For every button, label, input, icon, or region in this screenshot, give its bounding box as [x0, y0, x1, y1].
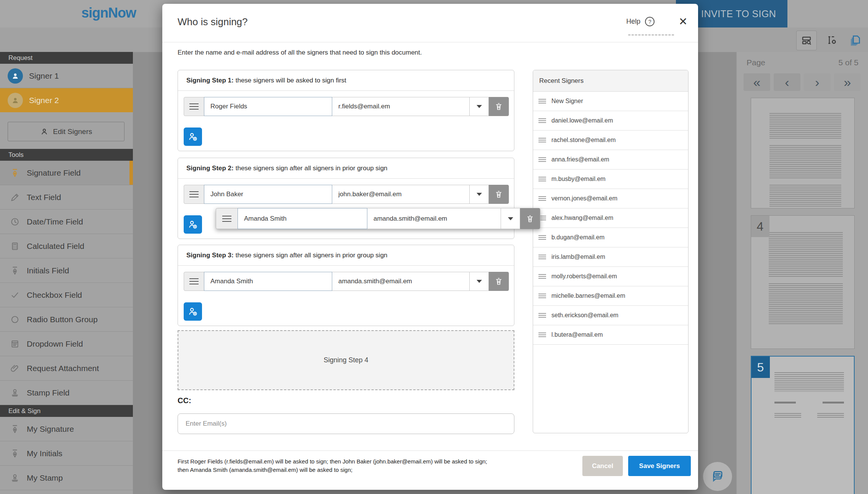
recent-signer-b-dugan-email-em[interactable]: b.dugan@email.em [533, 228, 688, 247]
page-thumbnail-5[interactable]: 5 [751, 356, 855, 494]
tool-item-stamp-field[interactable]: Stamp Field [0, 381, 133, 405]
tool-item-calculated-field[interactable]: Calculated Field [0, 234, 133, 258]
recent-signer-rachel-stone-email-em[interactable]: rachel.stone@email.em [533, 131, 688, 150]
signer-email-input[interactable] [332, 185, 470, 204]
pencil-icon [10, 192, 20, 202]
recent-signer-seth-erickson-email-em[interactable]: seth.erickson@email.em [533, 306, 688, 325]
signer-name-input[interactable] [204, 185, 332, 204]
tool-item-signature-field[interactable]: Signature Field [0, 161, 133, 185]
tool-item-checkbox-field[interactable]: Checkbox Field [0, 283, 133, 307]
recent-signer-molly-roberts-email-em[interactable]: molly.roberts@email.em [533, 267, 688, 286]
delete-signer-button[interactable] [489, 272, 509, 291]
edit-sign-list: My SignatureMy InitialsMy Stamp [0, 417, 133, 490]
tool-item-request-attachment[interactable]: Request Attachment [0, 356, 133, 381]
delete-signer-button[interactable] [520, 208, 540, 229]
pen-nib-icon [10, 424, 20, 434]
add-signer-button[interactable] [184, 302, 202, 321]
tools-list: Signature FieldText FieldDate/Time Field… [0, 161, 133, 405]
page-thumbnail-4[interactable]: 4 [751, 215, 855, 349]
first-page-button[interactable]: « [744, 73, 770, 91]
page-thumbnail-badge: 4 [751, 216, 769, 237]
drag-handle[interactable] [184, 272, 204, 291]
tool-item-radio-button-group[interactable]: Radio Button Group [0, 307, 133, 332]
tool-item-my-signature[interactable]: My Signature [0, 417, 133, 441]
cc-email-input[interactable] [178, 413, 514, 434]
tool-item-text-field[interactable]: Text Field [0, 185, 133, 210]
chevron-down-icon [477, 280, 482, 283]
modal-title: Who is signing? [178, 16, 248, 28]
drag-handle-icon [538, 157, 546, 162]
pages-panel: Page 5 of 5 « ‹ › » 4 5 [736, 52, 868, 494]
add-signer-button[interactable] [184, 215, 202, 234]
delete-signer-button[interactable] [489, 97, 509, 116]
page-label: Page [747, 58, 765, 67]
pen-nib-icon [10, 266, 20, 276]
recent-signer-anna-fries-email-em[interactable]: anna.fries@email.em [533, 150, 688, 170]
drag-handle[interactable] [184, 185, 204, 203]
tool-item-initials-field[interactable]: Initials Field [0, 258, 133, 283]
page-count: 5 of 5 [838, 58, 858, 67]
drag-handle[interactable] [184, 97, 204, 116]
dragged-signer-row[interactable] [216, 208, 540, 229]
paperclip-icon [10, 363, 20, 373]
signer-options-dropdown[interactable] [470, 272, 489, 291]
chevron-down-icon [508, 217, 513, 220]
signing-step-1-header: Signing Step 1:these signers will be ask… [178, 70, 514, 91]
stamp-icon [10, 388, 20, 398]
field-search-icon[interactable] [796, 31, 817, 50]
drag-handle-icon [538, 118, 546, 123]
pages-icon[interactable] [845, 31, 865, 50]
signer-row [184, 272, 509, 291]
tool-item-my-stamp[interactable]: My Stamp [0, 466, 133, 490]
page-indicator-row: Page 5 of 5 [737, 52, 868, 71]
signer-row [184, 185, 509, 204]
signer-email-input[interactable] [332, 272, 470, 291]
recent-signer-michelle-barnes-email-em[interactable]: michelle.barnes@email.em [533, 286, 688, 306]
text-settings-icon[interactable] [822, 31, 842, 50]
signer-email-input[interactable] [332, 97, 470, 116]
signer-options-dropdown[interactable] [501, 208, 520, 229]
save-signers-button[interactable]: Save Signers [628, 456, 691, 476]
signing-step-3-header: Signing Step 3:these signers sign after … [178, 245, 514, 266]
next-page-button[interactable]: › [804, 73, 831, 91]
drag-handle[interactable] [216, 208, 238, 229]
chevron-down-icon [477, 105, 482, 108]
list-icon [10, 339, 20, 349]
signing-step-1-box: Signing Step 1:these signers will be ask… [178, 70, 514, 151]
recent-signer-new-signer[interactable]: New Signer [533, 92, 688, 111]
chat-button[interactable] [703, 462, 732, 491]
recent-signer-alex-hwang-email-em[interactable]: alex.hwang@email.em [533, 208, 688, 228]
recent-signer-vernon-jones-email-em[interactable]: vernon.jones@email.em [533, 189, 688, 208]
page-thumbnail-3[interactable] [751, 98, 855, 208]
recent-signer-daniel-lowe-email-em[interactable]: daniel.lowe@email.em [533, 111, 688, 131]
drag-handle-icon [538, 196, 546, 201]
recent-signer-m-busby-email-em[interactable]: m.busby@email.em [533, 170, 688, 189]
prev-page-button[interactable]: ‹ [774, 73, 800, 91]
delete-signer-button[interactable] [489, 185, 509, 204]
last-page-button[interactable]: » [834, 73, 861, 91]
close-icon[interactable]: ✕ [677, 14, 689, 29]
help-icon: ? [645, 17, 655, 26]
signer-name-input[interactable] [238, 208, 367, 229]
signer-email-input[interactable] [367, 208, 501, 229]
signer-avatar [8, 93, 23, 108]
help-underline [628, 34, 674, 36]
edit-signers-button[interactable]: Edit Signers [8, 122, 124, 141]
help-link[interactable]: Help ? [626, 17, 655, 26]
signing-step-4-placeholder[interactable]: Signing Step 4 [178, 330, 514, 390]
recent-signer-iris-lamb-email-em[interactable]: iris.lamb@email.em [533, 247, 688, 267]
signer-name-input[interactable] [204, 272, 332, 291]
signer-options-dropdown[interactable] [470, 97, 489, 116]
signer-options-dropdown[interactable] [470, 185, 489, 204]
signer-name-input[interactable] [204, 97, 332, 116]
drag-handle-icon [538, 313, 546, 318]
cancel-button[interactable]: Cancel [582, 456, 623, 476]
signing-step-2-header: Signing Step 2:these signers sign after … [178, 158, 514, 179]
sidebar-item-signer-2[interactable]: Signer 2 [0, 88, 133, 112]
tool-item-date-time-field[interactable]: Date/Time Field [0, 210, 133, 234]
tool-item-my-initials[interactable]: My Initials [0, 441, 133, 466]
tool-item-dropdown-field[interactable]: Dropdown Field [0, 332, 133, 356]
add-signer-button[interactable] [184, 128, 202, 146]
sidebar-item-signer-1[interactable]: Signer 1 [0, 64, 133, 88]
recent-signer-l-butera-email-em[interactable]: l.butera@email.em [533, 325, 688, 345]
